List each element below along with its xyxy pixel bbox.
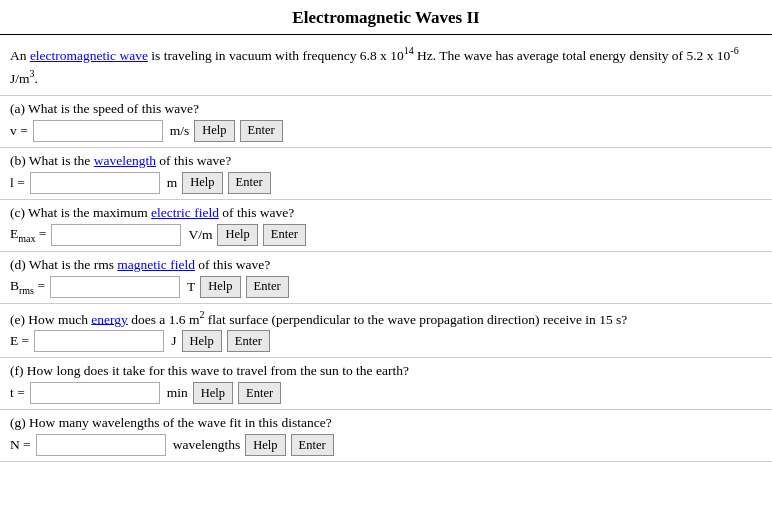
section-e-enter-button[interactable]: Enter [227,330,270,352]
section-d: (d) What is the rms magnetic field of th… [0,252,772,304]
section-c-answer-row: Emax = V/m Help Enter [10,224,762,246]
section-g-unit: wavelengths [173,437,240,453]
section-c: (c) What is the maximum electric field o… [0,200,772,252]
section-g-enter-button[interactable]: Enter [291,434,334,456]
page-title: Electromagnetic Waves II [0,0,772,35]
section-f-var: t = [10,385,25,401]
section-c-unit: V/m [188,227,212,243]
em-wave-link: electromagnetic wave [30,48,148,63]
section-e-answer-row: E = J Help Enter [10,330,762,352]
section-f-label: (f) How long does it take for this wave … [10,363,762,379]
section-b-enter-button[interactable]: Enter [228,172,271,194]
section-a-label: (a) What is the speed of this wave? [10,101,762,117]
section-g-input[interactable] [36,434,166,456]
section-f-unit: min [167,385,188,401]
section-d-label: (d) What is the rms magnetic field of th… [10,257,762,273]
section-b: (b) What is the wavelength of this wave?… [0,148,772,200]
section-c-var: Emax = [10,226,46,244]
section-b-input[interactable] [30,172,160,194]
section-d-answer-row: Brms = T Help Enter [10,276,762,298]
section-e-label: (e) How much energy does a 1.6 m2 flat s… [10,309,762,328]
section-f-input[interactable] [30,382,160,404]
section-f-enter-button[interactable]: Enter [238,382,281,404]
section-c-enter-button[interactable]: Enter [263,224,306,246]
section-g-var: N = [10,437,31,453]
problem-description: An electromagnetic wave is traveling in … [0,35,772,96]
section-d-unit: T [187,279,195,295]
section-d-enter-button[interactable]: Enter [246,276,289,298]
section-a-enter-button[interactable]: Enter [240,120,283,142]
section-g-answer-row: N = wavelengths Help Enter [10,434,762,456]
magnetic-field-link: magnetic field [117,257,195,272]
section-e: (e) How much energy does a 1.6 m2 flat s… [0,304,772,359]
section-b-help-button[interactable]: Help [182,172,222,194]
section-e-unit: J [171,333,176,349]
section-a-input[interactable] [33,120,163,142]
section-g-label: (g) How many wavelengths of the wave fit… [10,415,762,431]
section-b-unit: m [167,175,178,191]
title-text: Electromagnetic Waves II [292,8,479,27]
section-f-help-button[interactable]: Help [193,382,233,404]
section-c-help-button[interactable]: Help [217,224,257,246]
section-a-help-button[interactable]: Help [194,120,234,142]
section-e-input[interactable] [34,330,164,352]
section-b-answer-row: l = m Help Enter [10,172,762,194]
wavelength-link: wavelength [94,153,156,168]
section-g: (g) How many wavelengths of the wave fit… [0,410,772,462]
section-b-label: (b) What is the wavelength of this wave? [10,153,762,169]
energy-link: energy [91,311,128,326]
section-e-var: E = [10,333,29,349]
section-g-help-button[interactable]: Help [245,434,285,456]
section-e-help-button[interactable]: Help [182,330,222,352]
section-c-label: (c) What is the maximum electric field o… [10,205,762,221]
section-c-input[interactable] [51,224,181,246]
section-a-answer-row: v = m/s Help Enter [10,120,762,142]
section-d-input[interactable] [50,276,180,298]
section-a-var: v = [10,123,28,139]
section-a: (a) What is the speed of this wave? v = … [0,96,772,148]
section-d-var: Brms = [10,278,45,296]
section-a-unit: m/s [170,123,190,139]
section-d-help-button[interactable]: Help [200,276,240,298]
section-b-var: l = [10,175,25,191]
electric-field-link: electric field [151,205,219,220]
section-f-answer-row: t = min Help Enter [10,382,762,404]
section-f: (f) How long does it take for this wave … [0,358,772,410]
